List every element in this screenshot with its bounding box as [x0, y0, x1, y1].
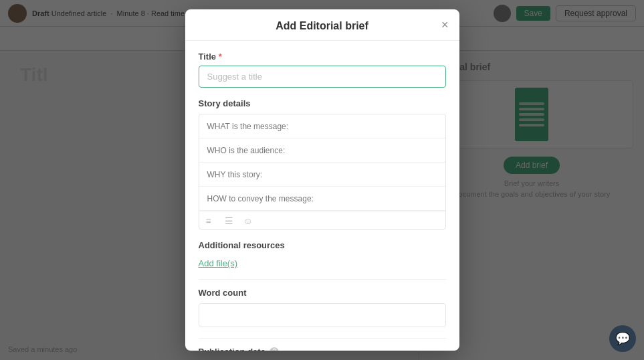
modal-close-button[interactable]: × — [441, 19, 449, 31]
required-indicator: * — [219, 52, 222, 62]
pub-date-label-row: Publication date ? — [199, 347, 446, 351]
additional-resources-group: Additional resources Add file(s) — [199, 240, 446, 268]
pub-date-label: Publication date — [199, 347, 265, 351]
word-count-input[interactable] — [199, 303, 446, 327]
additional-resources-label: Additional resources — [199, 240, 446, 250]
chat-icon: 💬 — [615, 331, 630, 346]
why-label: WHY this story: — [207, 170, 262, 179]
title-label-text: Title — [199, 52, 217, 62]
word-count-group: Word count — [199, 288, 446, 327]
info-icon: ? — [270, 347, 279, 351]
word-count-label: Word count — [199, 288, 446, 298]
chat-widget[interactable]: 💬 — [609, 325, 636, 352]
story-details-box: WHAT is the message: WHO is the audience… — [199, 114, 446, 230]
modal-body: Title * Story details WHAT is the messag… — [185, 41, 459, 351]
list-unordered-icon[interactable]: ≡ — [206, 215, 219, 225]
story-row-how: HOW to convey the message: — [199, 187, 445, 211]
add-files-link[interactable]: Add file(s) — [199, 258, 238, 268]
story-row-who: WHO is the audience: — [199, 139, 445, 163]
divider-2 — [199, 338, 446, 339]
story-row-why: WHY this story: — [199, 163, 445, 187]
title-label: Title * — [199, 52, 446, 62]
how-label: HOW to convey the message: — [207, 194, 314, 203]
modal-overlay: Add Editorial brief × Title * Story deta… — [0, 0, 644, 360]
modal-title: Add Editorial brief — [276, 20, 368, 31]
publication-date-group: Publication date ? 📅 — [199, 347, 446, 351]
story-toolbar: ≡ ☰ ☺ — [199, 211, 445, 229]
title-form-group: Title * — [199, 52, 446, 88]
story-row-what: WHAT is the message: — [199, 114, 445, 139]
list-ordered-icon[interactable]: ☰ — [225, 215, 238, 225]
add-editorial-brief-modal: Add Editorial brief × Title * Story deta… — [185, 9, 459, 351]
what-label: WHAT is the message: — [207, 122, 289, 131]
story-details-group: Story details WHAT is the message: WHO i… — [199, 98, 446, 230]
who-label: WHO is the audience: — [207, 146, 286, 155]
emoji-icon[interactable]: ☺ — [243, 215, 257, 225]
story-details-label: Story details — [199, 98, 446, 108]
modal-header: Add Editorial brief × — [185, 9, 459, 41]
title-input[interactable] — [199, 66, 446, 88]
divider-1 — [199, 279, 446, 280]
